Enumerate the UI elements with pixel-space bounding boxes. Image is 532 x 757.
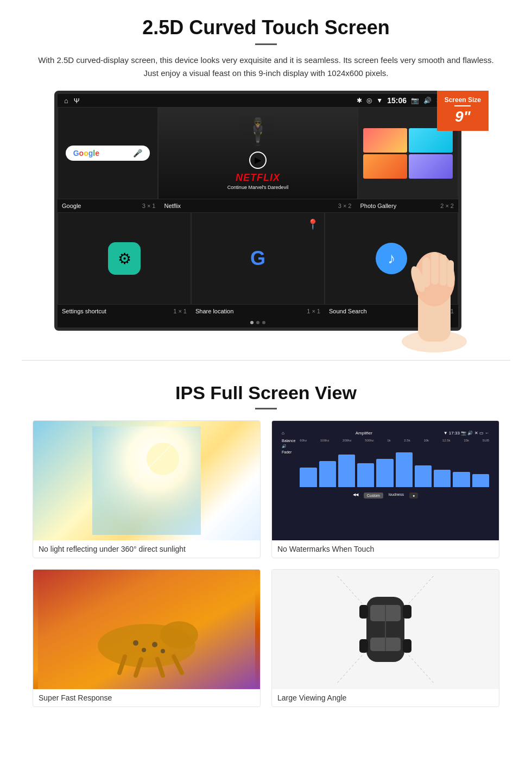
eq-bar-6 xyxy=(396,452,413,487)
amp-toggle[interactable]: ● xyxy=(409,493,418,499)
svg-point-9 xyxy=(147,443,179,475)
camera-icon: 📷 xyxy=(411,97,419,104)
feature-card-amplifier: ⌂ Amplifier ▼ 17:33 📷 🔊 ✕ ▭ ← Balance 🔊 … xyxy=(271,420,499,558)
settings-label: Settings shortcut xyxy=(62,308,106,314)
sunlight-caption: No light reflecting under 360° direct su… xyxy=(33,540,260,558)
badge-size: 9" xyxy=(455,108,471,125)
label-share-location: Share location 1 × 1 xyxy=(191,307,325,316)
share-location-size: 1 × 1 xyxy=(307,308,320,314)
photo-thumb-1 xyxy=(363,128,407,153)
app-cell-share-location[interactable]: G 📍 xyxy=(191,212,325,305)
svg-point-15 xyxy=(133,640,138,646)
sound-search-label: Sound Search xyxy=(329,308,367,314)
section-ips: IPS Full Screen View xyxy=(0,377,532,723)
eq-bar-9 xyxy=(453,472,470,487)
section2-title: IPS Full Screen View xyxy=(33,382,499,403)
app-labels-row2: Settings shortcut 1 × 1 Share location 1… xyxy=(58,305,458,318)
status-time: 15:06 xyxy=(387,96,407,105)
car-caption: Large Viewing Angle xyxy=(272,689,499,706)
share-location-label: Share location xyxy=(195,308,233,314)
google-maps-logo: G xyxy=(250,247,265,270)
location-icon: ◎ xyxy=(366,97,372,104)
sunlight-image xyxy=(33,421,260,540)
photo-thumb-2 xyxy=(409,128,453,153)
car-top-view xyxy=(272,570,499,689)
mic-icon[interactable]: 🎤 xyxy=(133,149,142,157)
section-curved-touch: 2.5D Curved Touch Screen With 2.5D curve… xyxy=(0,0,532,344)
volume-icon: 🔊 xyxy=(423,97,432,104)
screen-size-badge: Screen Size 9" xyxy=(437,91,489,131)
amp-title: Amplifier xyxy=(356,431,372,436)
usb-icon: Ψ xyxy=(74,97,80,105)
photo-stack xyxy=(363,128,453,179)
badge-label: Screen Size xyxy=(445,96,481,104)
wifi-icon: ▼ xyxy=(376,97,383,104)
section-divider xyxy=(22,360,510,361)
app-cell-settings[interactable]: ⚙ xyxy=(58,212,191,305)
amplifier-caption: No Watermarks When Touch xyxy=(272,540,499,558)
feature-card-sunlight: No light reflecting under 360° direct su… xyxy=(33,420,261,558)
app-cell-google[interactable]: Google 🎤 xyxy=(58,107,158,199)
svg-point-17 xyxy=(152,642,157,647)
photo-gallery-size: 2 × 2 xyxy=(440,203,454,209)
google-search-bar[interactable]: Google 🎤 xyxy=(66,146,150,161)
svg-point-14 xyxy=(160,621,198,648)
dot-1 xyxy=(250,321,254,324)
amplifier-image: ⌂ Amplifier ▼ 17:33 📷 🔊 ✕ ▭ ← Balance 🔊 … xyxy=(272,421,499,540)
section2-divider xyxy=(255,408,277,409)
device-mockup: Screen Size 9" ⌂ Ψ ✱ ◎ ▼ 15:06 📷 🔊 ✕ xyxy=(54,91,478,331)
features-grid: No light reflecting under 360° direct su… xyxy=(33,420,499,707)
gear-icon: ⚙ xyxy=(118,250,131,268)
pagination-dots xyxy=(58,318,458,327)
device-screen: ⌂ Ψ ✱ ◎ ▼ 15:06 📷 🔊 ✕ ▭ xyxy=(54,91,461,331)
eq-bar-1 xyxy=(300,468,316,487)
eq-bar-10 xyxy=(472,474,489,487)
car-image xyxy=(272,570,499,689)
netflix-figure: 🕴 xyxy=(242,117,274,147)
bluetooth-icon: ✱ xyxy=(357,97,362,104)
photo-gallery-label: Photo Gallery xyxy=(360,203,397,209)
amp-home-icon: ⌂ xyxy=(282,431,284,436)
svg-rect-33 xyxy=(403,639,411,653)
app-cell-sound-search[interactable]: ♪ xyxy=(325,212,458,305)
google-label: Google xyxy=(62,203,81,209)
amp-loudness-label: loudness xyxy=(389,493,404,499)
eq-bar-5 xyxy=(376,459,393,487)
settings-size: 1 × 1 xyxy=(173,308,187,314)
svg-point-0 xyxy=(402,331,467,352)
amp-prev-icon: ◀◀ xyxy=(353,493,358,499)
photo-thumb-3 xyxy=(363,154,407,179)
dot-3 xyxy=(262,321,265,324)
title-divider xyxy=(255,43,277,45)
amp-footer: ◀◀ Custom loudness ● xyxy=(282,493,489,499)
google-logo: Google xyxy=(73,149,99,157)
sound-search-icon[interactable]: ♪ xyxy=(376,243,407,274)
dot-2 xyxy=(256,321,259,324)
netflix-logo: NETFLIX xyxy=(236,172,280,184)
settings-icon[interactable]: ⚙ xyxy=(108,242,141,275)
cheetah-image xyxy=(33,570,260,689)
app-cell-netflix[interactable]: 🕴 ▶ NETFLIX Continue Marvel's Daredevil xyxy=(158,107,358,199)
netflix-size: 3 × 2 xyxy=(338,203,352,209)
eq-bar-3 xyxy=(338,455,355,487)
eq-bar-4 xyxy=(357,463,374,487)
svg-point-18 xyxy=(161,649,165,653)
cheetah-caption: Super Fast Response xyxy=(33,689,260,706)
section1-title: 2.5D Curved Touch Screen xyxy=(33,16,499,39)
netflix-play-button[interactable]: ▶ xyxy=(249,152,267,169)
badge-divider xyxy=(454,105,471,106)
amp-header: ⌂ Amplifier ▼ 17:33 📷 🔊 ✕ ▭ ← xyxy=(282,431,489,436)
amp-custom-btn[interactable]: Custom xyxy=(364,493,383,499)
label-settings: Settings shortcut 1 × 1 xyxy=(58,307,191,316)
maps-marker-icon: 📍 xyxy=(307,218,319,230)
home-icon[interactable]: ⌂ xyxy=(64,97,68,105)
netflix-subtitle: Continue Marvel's Daredevil xyxy=(227,185,288,190)
netflix-background: 🕴 ▶ NETFLIX Continue Marvel's Daredevil xyxy=(159,108,357,199)
amp-status: ▼ 17:33 📷 🔊 ✕ ▭ ← xyxy=(444,431,489,436)
netflix-label: Netflix xyxy=(164,203,181,209)
label-google: Google 3 × 1 xyxy=(58,201,160,210)
label-sound-search: Sound Search 1 × 1 xyxy=(325,307,458,316)
feature-card-car: Large Viewing Angle xyxy=(271,569,499,707)
status-bar: ⌂ Ψ ✱ ◎ ▼ 15:06 📷 🔊 ✕ ▭ xyxy=(58,94,458,107)
amp-screen: ⌂ Amplifier ▼ 17:33 📷 🔊 ✕ ▭ ← Balance 🔊 … xyxy=(277,426,493,535)
